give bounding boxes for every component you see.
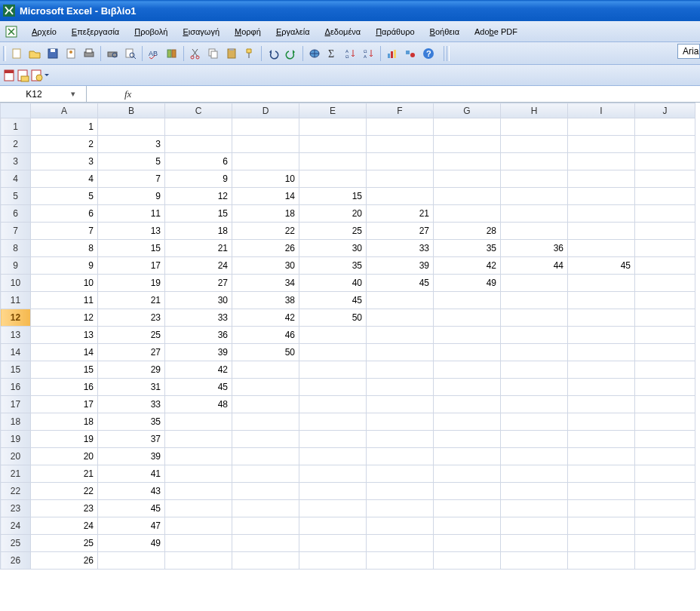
print-preview-icon[interactable] xyxy=(104,45,121,62)
cell[interactable] xyxy=(434,517,501,535)
cell[interactable]: 16 xyxy=(31,379,98,396)
copy-icon[interactable] xyxy=(205,45,222,62)
cell[interactable] xyxy=(232,413,299,431)
row-header[interactable]: 8 xyxy=(1,240,31,257)
cell[interactable] xyxy=(501,448,568,465)
cell[interactable] xyxy=(434,465,501,483)
cell[interactable]: 9 xyxy=(165,170,232,188)
cell[interactable] xyxy=(635,223,695,240)
cell[interactable] xyxy=(635,361,695,379)
cell[interactable]: 40 xyxy=(299,275,367,292)
cell[interactable] xyxy=(635,327,695,344)
cell[interactable] xyxy=(98,118,165,136)
cell[interactable] xyxy=(367,118,434,136)
cell[interactable] xyxy=(299,535,367,552)
cell[interactable] xyxy=(501,465,568,483)
cell[interactable]: 23 xyxy=(98,309,165,327)
cell[interactable]: 20 xyxy=(31,448,98,465)
cell[interactable] xyxy=(299,465,367,483)
cell[interactable]: 15 xyxy=(299,188,367,205)
cell[interactable]: 49 xyxy=(98,535,165,552)
cell[interactable]: 21 xyxy=(98,292,165,309)
cell[interactable] xyxy=(635,535,695,552)
cell[interactable] xyxy=(232,118,299,136)
menu-item[interactable]: Προβολή xyxy=(127,25,175,38)
cell[interactable] xyxy=(232,448,299,465)
autosum-icon[interactable]: Σ xyxy=(324,45,341,62)
pdf-email-icon[interactable] xyxy=(17,69,30,82)
cell[interactable] xyxy=(635,379,695,396)
cell[interactable] xyxy=(635,465,695,483)
cell[interactable]: 19 xyxy=(98,275,165,292)
cell[interactable] xyxy=(635,431,695,448)
row-header[interactable]: 16 xyxy=(1,379,31,396)
cell[interactable] xyxy=(501,327,568,344)
cell[interactable] xyxy=(165,465,232,483)
cell[interactable] xyxy=(299,552,367,570)
undo-icon[interactable] xyxy=(265,45,281,62)
column-header[interactable]: E xyxy=(299,103,367,118)
cell[interactable] xyxy=(501,275,568,292)
cell[interactable]: 48 xyxy=(165,396,232,413)
cell[interactable] xyxy=(501,223,568,240)
cell[interactable] xyxy=(434,153,501,170)
cell[interactable]: 11 xyxy=(31,292,98,309)
cell[interactable]: 7 xyxy=(31,223,98,240)
cell[interactable] xyxy=(165,413,232,431)
cell[interactable]: 50 xyxy=(232,344,299,361)
cell[interactable]: 39 xyxy=(165,344,232,361)
cell[interactable] xyxy=(501,292,568,309)
save-icon[interactable] xyxy=(45,45,61,62)
cell[interactable] xyxy=(635,257,695,275)
cell[interactable]: 31 xyxy=(98,379,165,396)
cell[interactable]: 45 xyxy=(568,257,635,275)
row-header[interactable]: 23 xyxy=(1,500,31,517)
cell[interactable]: 7 xyxy=(98,170,165,188)
cell[interactable] xyxy=(367,431,434,448)
cell[interactable] xyxy=(635,500,695,517)
cell[interactable]: 15 xyxy=(31,361,98,379)
cell[interactable] xyxy=(635,188,695,205)
menu-item[interactable]: Παράθυρο xyxy=(368,25,422,38)
cell[interactable] xyxy=(165,118,232,136)
cell[interactable]: 47 xyxy=(98,517,165,535)
cell[interactable] xyxy=(367,396,434,413)
cell[interactable]: 21 xyxy=(367,205,434,223)
pdf-review-icon[interactable] xyxy=(30,69,44,82)
cell[interactable]: 17 xyxy=(31,396,98,413)
spreadsheet-grid[interactable]: ABCDEFGHIJ112233356447910559121415661115… xyxy=(0,103,700,570)
cell[interactable]: 42 xyxy=(165,361,232,379)
cell[interactable]: 43 xyxy=(98,483,165,500)
cell[interactable] xyxy=(434,431,501,448)
column-header[interactable]: I xyxy=(568,103,635,118)
cell[interactable] xyxy=(568,118,635,136)
cell[interactable] xyxy=(232,465,299,483)
row-header[interactable]: 21 xyxy=(1,465,31,483)
spelling-icon[interactable]: AB xyxy=(146,45,162,62)
cell[interactable] xyxy=(568,500,635,517)
cell[interactable] xyxy=(165,136,232,153)
column-header[interactable]: A xyxy=(31,103,98,118)
row-header[interactable]: 22 xyxy=(1,483,31,500)
row-header[interactable]: 25 xyxy=(1,535,31,552)
cell[interactable] xyxy=(367,448,434,465)
column-header[interactable]: D xyxy=(232,103,299,118)
cell[interactable] xyxy=(299,361,367,379)
menu-item[interactable]: Μορφή xyxy=(227,25,269,38)
row-header[interactable]: 9 xyxy=(1,257,31,275)
row-header[interactable]: 4 xyxy=(1,170,31,188)
menu-item[interactable]: Adobe PDF xyxy=(467,25,525,38)
cell[interactable] xyxy=(568,292,635,309)
redo-icon[interactable] xyxy=(283,45,299,62)
row-header[interactable]: 3 xyxy=(1,153,31,170)
cell[interactable]: 21 xyxy=(165,240,232,257)
menu-item[interactable]: Εισαγωγή xyxy=(175,25,227,38)
cell[interactable]: 24 xyxy=(165,257,232,275)
row-header[interactable]: 1 xyxy=(1,118,31,136)
cell[interactable]: 10 xyxy=(31,275,98,292)
cell[interactable]: 35 xyxy=(434,240,501,257)
chart-wizard-icon[interactable] xyxy=(384,45,401,62)
cell[interactable] xyxy=(635,153,695,170)
row-header[interactable]: 5 xyxy=(1,188,31,205)
cell[interactable] xyxy=(501,552,568,570)
